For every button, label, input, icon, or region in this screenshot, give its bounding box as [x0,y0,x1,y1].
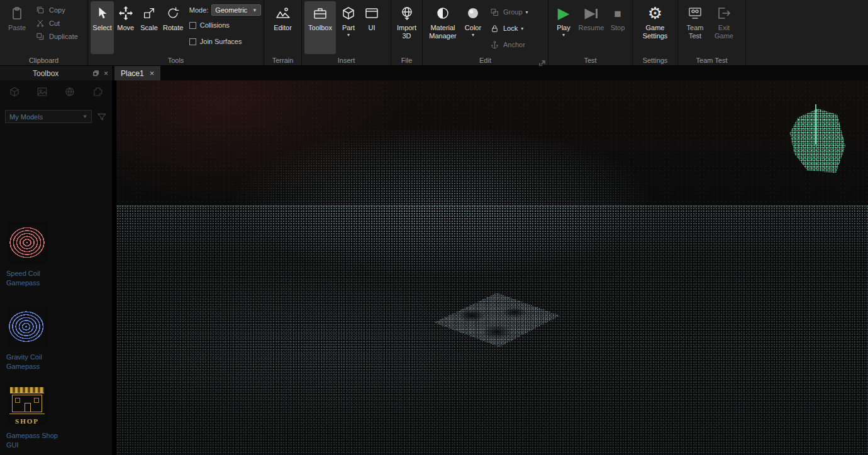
ribbon-section-edit: Material Manager Color ▾ Group ▾ [423,0,548,65]
rotate-tool-button[interactable]: Rotate [161,1,186,54]
move-tool-button[interactable]: Move [114,1,137,54]
mode-label: Mode: [189,6,209,14]
meshes-category-icon[interactable] [64,86,75,100]
color-button[interactable]: Color ▾ [460,1,486,54]
edit-dialog-launcher-icon[interactable] [539,58,545,64]
group-caret-icon: ▾ [526,10,528,14]
copy-button[interactable]: Copy [33,3,81,16]
resume-icon: ▶ [582,4,601,23]
ribbon-section-team-test: Team Test Exit Game Team Test [678,0,746,65]
anchor-icon [489,39,500,50]
collisions-checkbox[interactable] [189,22,196,29]
join-surfaces-checkbox-row[interactable]: Join Surfaces [189,33,261,50]
terrain-dome-dots [154,112,708,338]
viewport-sky [116,80,868,455]
play-button[interactable]: ▶ Play ▾ [551,1,576,54]
lock-button[interactable]: Lock ▾ [489,20,528,36]
stop-icon: ■ [608,4,627,23]
shop-thumbnail: SHOP [6,384,48,425]
move-icon [116,4,135,23]
horizon-line [116,206,868,206]
select-tool-button[interactable]: Select [91,1,114,54]
cut-icon [35,18,45,28]
select-cursor-icon [93,4,112,23]
scale-tool-button[interactable]: Scale [137,1,160,54]
images-category-icon[interactable] [36,86,48,100]
part-button[interactable]: Part ▾ [336,1,361,54]
game-settings-gear-icon: ⚙ [646,4,665,23]
lock-icon [489,23,500,34]
toolbox-button[interactable]: Toolbox [304,1,336,54]
toolbox-source-dropdown[interactable]: My Models ▼ [5,110,92,123]
duplicate-icon [35,31,45,41]
collisions-checkbox-row[interactable]: Collisions [189,17,261,33]
exit-game-icon [715,4,733,23]
color-sphere-icon [464,4,482,23]
exit-game-button[interactable]: Exit Game [709,1,738,54]
toolbox-item-gamepass-shop[interactable]: SHOP Gamepass Shop GUI [6,384,101,450]
play-icon: ▶ [554,4,573,23]
tab-place1[interactable]: Place1 × [114,66,160,80]
ribbon-section-settings: ⚙ Game Settings Settings [633,0,678,65]
toolbox-icon [311,4,330,23]
ui-button[interactable]: UI [361,1,382,54]
dropdown-caret-icon: ▼ [252,8,257,13]
ribbon-section-insert: Toolbox Part ▾ UI Insert [302,0,391,65]
stop-button[interactable]: ■ Stop [606,1,629,54]
ribbon-section-file: Import 3D File [391,0,423,65]
ribbon-section-terrain: Editor Terrain [264,0,302,65]
group-button[interactable]: Group ▾ [489,4,528,20]
speed-coil-thumbnail [6,222,48,263]
voxel-structure-antenna [815,104,816,145]
game-settings-button[interactable]: ⚙ Game Settings [638,1,673,54]
plugins-category-icon[interactable] [92,86,103,100]
toolbox-category-row [0,80,112,104]
material-manager-button[interactable]: Material Manager [425,1,460,54]
terrain-editor-button[interactable]: Editor [269,1,298,54]
toolbox-dropdown-caret-icon: ▼ [82,114,87,119]
toolbox-panel-title: Toolbox [33,69,58,78]
part-cube-icon [339,4,358,23]
color-caret-icon: ▾ [472,33,474,37]
gravity-coil-thumbnail [6,305,48,347]
models-category-icon[interactable] [9,86,20,100]
copy-icon [35,5,45,15]
cut-button[interactable]: Cut [33,16,81,30]
lock-caret-icon: ▾ [521,26,523,31]
mode-dropdown[interactable]: Geometric ▼ [211,4,261,16]
ground-bright-swath [116,244,607,455]
rotate-icon [164,4,182,23]
baseplate-ground-dots [116,205,868,455]
part-caret-icon: ▾ [347,33,350,37]
team-test-icon [686,4,704,23]
toolbox-item-gravity-coil[interactable]: Gravity Coil Gamepass [6,305,101,371]
panel-close-icon[interactable]: × [104,69,108,78]
ribbon-toolbar: Paste Copy Cut [0,0,868,66]
paste-button[interactable]: Paste [3,1,31,54]
ribbon-empty-space [746,0,868,65]
toolbox-item-speed-coil[interactable]: Speed Coil Gamepass [6,222,101,288]
ribbon-section-test: ▶ Play ▾ ▶ Resume ■ Stop Test [548,0,633,65]
panel-float-icon[interactable] [93,69,99,78]
team-test-button[interactable]: Team Test [681,1,709,54]
spawn-location [434,293,560,347]
horizon-line-secondary [116,207,868,208]
toolbox-search-row: My Models ▼ [0,104,112,127]
resume-button[interactable]: ▶ Resume [576,1,606,54]
join-surfaces-checkbox[interactable] [189,38,196,45]
anchor-button[interactable]: Anchor [489,36,528,53]
terrain-editor-icon [274,4,292,23]
import-3d-button[interactable]: Import 3D [394,1,420,54]
duplicate-button[interactable]: Duplicate [33,30,81,43]
filter-funnel-icon[interactable] [97,112,107,122]
scale-icon [140,4,159,23]
toolbox-panel: My Models ▼ Speed Coil Gamepass Gravity … [0,80,112,455]
viewport-3d[interactable] [116,80,868,455]
voxel-structure [787,109,845,173]
toolbox-panel-header: Toolbox × [0,66,112,80]
viewport-vignette [116,80,868,455]
tab-close-icon[interactable]: × [150,69,155,77]
ui-window-icon [362,4,381,23]
material-sphere-icon [433,4,452,23]
ribbon-section-tools: Select Move Scale Rotate [88,0,264,65]
